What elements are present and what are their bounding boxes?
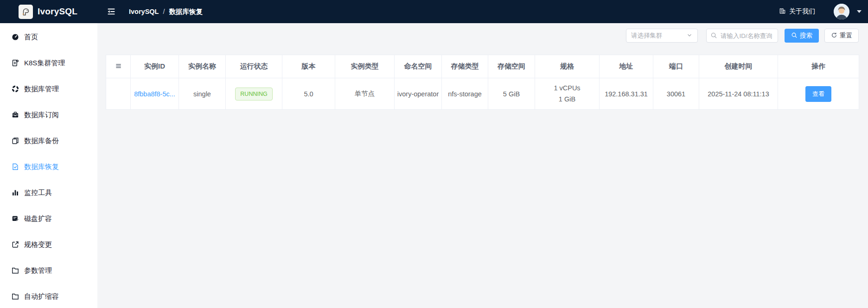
cell-instance-type: 单节点: [335, 78, 395, 110]
refresh-icon: [831, 32, 837, 40]
column-settings-icon[interactable]: [115, 63, 122, 69]
breadcrumb: IvorySQL / 数据库恢复: [129, 7, 203, 16]
menu-fold-icon[interactable]: [107, 7, 116, 16]
sidebar-item-label: 数据库订阅: [24, 111, 59, 119]
restore-file-check-icon: [11, 163, 19, 171]
view-button[interactable]: 查看: [805, 86, 831, 102]
topbar: IvorySQL IvorySQL / 数据库恢复 关于我们: [0, 0, 868, 23]
topbar-right: 关于我们: [779, 4, 868, 19]
spec-cpu: 1 vCPUs: [535, 83, 599, 94]
sidebar-item-database-manage[interactable]: 数据库管理: [0, 76, 97, 102]
chevron-down-icon[interactable]: [857, 10, 862, 13]
cell-instance-id: 8fbba8f8-5c...: [131, 78, 179, 110]
header-instance-type: 实例类型: [335, 55, 395, 78]
search-button-label: 搜索: [800, 31, 812, 40]
search-button[interactable]: 搜索: [785, 29, 819, 43]
sidebar-item-disk-expand[interactable]: 磁盘扩容: [0, 206, 97, 232]
cell-expand: [106, 78, 131, 110]
cell-actions: 查看: [778, 78, 859, 110]
sidebar-item-parameter-manage[interactable]: 参数管理: [0, 258, 97, 283]
header-created-at: 创建时间: [699, 55, 778, 78]
sidebar-item-spec-change[interactable]: 规格变更: [0, 232, 97, 258]
instances-table-wrap: 实例ID 实例名称 运行状态 版本 实例类型 命名空间 存储类型 存储空间 规格…: [106, 55, 859, 110]
sidebar-item-label: 数据库管理: [24, 85, 59, 94]
brand-name: IvorySQL: [38, 6, 77, 17]
cell-created-at: 2025-11-24 08:11:13: [699, 78, 778, 110]
breadcrumb-current: 数据库恢复: [169, 7, 203, 16]
cell-storage-type: nfs-storage: [442, 78, 488, 110]
header-spec: 规格: [535, 55, 600, 78]
spec-memory: 1 GiB: [535, 94, 599, 105]
about-us-link[interactable]: 关于我们: [779, 7, 815, 16]
header-status: 运行状态: [226, 55, 282, 78]
search-icon: [791, 32, 798, 40]
search-field-wrap: [706, 29, 778, 43]
filter-bar: 请选择集群: [97, 29, 868, 43]
header-storage-type: 存储类型: [442, 55, 488, 78]
instances-table: 实例ID 实例名称 运行状态 版本 实例类型 命名空间 存储类型 存储空间 规格…: [106, 55, 859, 110]
header-instance-name: 实例名称: [179, 55, 226, 78]
sidebar-item-home[interactable]: 首页: [0, 24, 97, 50]
disk-expand-icon: [11, 214, 19, 223]
main-content: 请选择集群: [97, 23, 868, 308]
cluster-select-placeholder: 请选择集群: [631, 31, 686, 40]
sidebar-item-label: 磁盘扩容: [24, 214, 52, 223]
breadcrumb-separator: /: [163, 8, 165, 15]
ivorysql-elephant-logo-icon: [19, 5, 33, 19]
spec-change-export-icon: [11, 240, 19, 249]
table-header-row: 实例ID 实例名称 运行状态 版本 实例类型 命名空间 存储类型 存储空间 规格…: [106, 55, 859, 78]
search-icon: [710, 32, 717, 41]
sidebar-item-monitor-tools[interactable]: 监控工具: [0, 180, 97, 206]
reset-button-label: 重置: [840, 31, 852, 40]
cell-storage-size: 5 GiB: [488, 78, 535, 110]
chevron-down-icon: [686, 32, 693, 40]
header-version: 版本: [282, 55, 335, 78]
folder-icon: [11, 266, 19, 275]
cell-port: 30061: [653, 78, 699, 110]
reset-button[interactable]: 重置: [824, 29, 859, 43]
sidebar-item-label: 监控工具: [24, 189, 52, 197]
sidebar-item-label: 首页: [24, 33, 38, 42]
column-settings-header: [106, 55, 131, 78]
cell-address: 192.168.31.31: [600, 78, 653, 110]
cluster-file-icon: [11, 59, 19, 67]
sidebar-item-label: 数据库备份: [24, 137, 59, 145]
status-badge: RUNNING: [235, 88, 272, 101]
avatar[interactable]: [834, 4, 849, 19]
dashboard-icon: [11, 33, 19, 41]
sidebar-item-label: 参数管理: [24, 266, 52, 275]
cell-instance-name: single: [179, 78, 226, 110]
cell-spec: 1 vCPUs 1 GiB: [535, 78, 600, 110]
cell-version: 5.0: [282, 78, 335, 110]
building-icon: [779, 7, 786, 16]
sidebar: 首页 K8S集群管理 数据库管理: [0, 23, 97, 308]
folder-icon: [11, 292, 19, 301]
sidebar-item-database-subscription[interactable]: 数据库订阅: [0, 102, 97, 128]
table-row: 8fbba8f8-5c... single RUNNING 5.0 单节点 iv…: [106, 78, 859, 110]
instance-id-link[interactable]: 8fbba8f8-5c...: [134, 90, 175, 98]
header-address: 地址: [600, 55, 653, 78]
sidebar-item-k8s-clusters[interactable]: K8S集群管理: [0, 50, 97, 76]
brand-zone: IvorySQL: [0, 5, 97, 19]
sidebar-item-database-restore[interactable]: 数据库恢复: [0, 154, 97, 180]
backup-copy-icon: [11, 137, 19, 145]
cluster-select[interactable]: 请选择集群: [626, 29, 698, 43]
monitor-bar-chart-icon: [11, 189, 19, 197]
sidebar-item-database-backup[interactable]: 数据库备份: [0, 128, 97, 154]
subscription-icon: [11, 111, 19, 119]
about-us-label: 关于我们: [789, 7, 815, 16]
header-port: 端口: [653, 55, 699, 78]
header-instance-id: 实例ID: [131, 55, 179, 78]
header-storage-size: 存储空间: [488, 55, 535, 78]
cell-status: RUNNING: [226, 78, 282, 110]
sidebar-item-label: 规格变更: [24, 240, 52, 249]
header-actions: 操作: [778, 55, 859, 78]
sidebar-item-label: K8S集群管理: [24, 59, 65, 68]
breadcrumb-root[interactable]: IvorySQL: [129, 8, 159, 15]
cell-namespace: ivory-operator: [395, 78, 442, 110]
database-manage-icon: [11, 85, 19, 93]
header-namespace: 命名空间: [395, 55, 442, 78]
sidebar-item-label: 自动扩缩容: [24, 292, 59, 301]
sidebar-item-label: 数据库恢复: [24, 163, 59, 171]
sidebar-item-autoscale[interactable]: 自动扩缩容: [0, 283, 97, 308]
